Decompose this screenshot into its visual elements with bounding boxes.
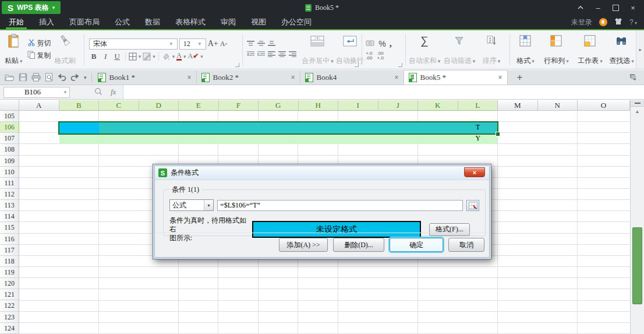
format-button[interactable]: 格式(F)... [429, 223, 470, 236]
dialog-launcher-icon[interactable] [355, 63, 359, 67]
scrollbar-thumb[interactable] [632, 227, 642, 304]
shrink-font-button[interactable]: A- [220, 40, 228, 48]
autosum-button[interactable]: ∑ 自动求和▾ [407, 30, 442, 69]
document-tab-Book2[interactable]: Book2 *× [197, 70, 300, 85]
row-header-122[interactable]: 122 [0, 300, 19, 311]
cell-shading-button[interactable]: ▾ [143, 52, 155, 61]
column-header-L[interactable]: L [458, 100, 498, 111]
row-header-124[interactable]: 124 [0, 323, 19, 334]
wrap-text-button[interactable]: 自动换行 [335, 30, 365, 69]
column-header-F[interactable]: F [219, 100, 259, 111]
row-header-112[interactable]: 112 [0, 189, 19, 200]
scroll-up-icon[interactable]: ▲ [631, 107, 644, 116]
column-header-B[interactable]: B [59, 100, 100, 111]
skin-icon[interactable] [614, 17, 622, 27]
document-tab-Book4[interactable]: Book4× [300, 70, 404, 85]
minimize-button[interactable]: – [589, 1, 607, 14]
align-top-icon[interactable] [246, 40, 255, 48]
align-center-icon[interactable] [278, 51, 286, 59]
row-header-105[interactable]: 105 [0, 111, 19, 122]
menu-tab-2[interactable]: 页面布局 [62, 15, 107, 29]
user-avatar-icon[interactable] [599, 18, 607, 26]
menu-tab-5[interactable]: 表格样式 [168, 15, 213, 29]
row-header-106[interactable]: 106 [0, 122, 19, 133]
tab-close-icon[interactable]: × [498, 73, 503, 82]
decrease-decimal-button[interactable]: .00+.0 [377, 51, 384, 61]
font-size-combo[interactable]: 12▾ [179, 38, 206, 50]
menu-tab-0[interactable]: 开始 [1, 15, 31, 29]
add-button[interactable]: 添加(A) >> [279, 238, 328, 252]
row-header-114[interactable]: 114 [0, 211, 19, 222]
worksheet-button[interactable]: 工作表▾ [573, 30, 607, 69]
increase-decimal-button[interactable]: +.0.00 [366, 51, 372, 61]
menu-tab-8[interactable]: 办公空间 [274, 15, 319, 29]
row-header-115[interactable]: 115 [0, 222, 19, 233]
column-header-D[interactable]: D [139, 100, 179, 111]
quickbar-dropdown[interactable]: ▾ [84, 75, 87, 80]
decrease-indent-icon[interactable] [246, 51, 255, 59]
column-header-C[interactable]: C [99, 100, 139, 111]
font-color-button[interactable]: A ▾ [176, 52, 186, 61]
help-button[interactable]: ? ▾ [629, 18, 637, 26]
dialog-launcher-icon[interactable] [398, 63, 402, 67]
autofilter-button[interactable]: 自动筛选▾ [442, 30, 477, 69]
column-header-O[interactable]: O [578, 100, 630, 111]
format-painter-button[interactable]: 格式刷 [54, 30, 77, 69]
condition-type-dropdown[interactable]: 公式 ▾ [169, 199, 214, 211]
row-header-120[interactable]: 120 [0, 278, 19, 289]
dialog-launcher-icon[interactable] [235, 63, 239, 67]
formula-input[interactable] [123, 85, 644, 99]
find-select-button[interactable]: 查找选▾ [607, 30, 636, 69]
column-header-J[interactable]: J [378, 100, 419, 111]
merge-center-button[interactable]: T 合并居中▾ [300, 30, 335, 69]
print-preview-button[interactable] [45, 73, 53, 82]
column-header-N[interactable]: N [538, 100, 578, 111]
new-tab-button[interactable]: + [508, 70, 532, 85]
percent-icon[interactable]: % [378, 39, 385, 48]
vertical-scrollbar[interactable]: ▲ [630, 100, 644, 334]
row-header-108[interactable]: 108 [0, 144, 19, 155]
tab-list-button[interactable] [629, 70, 644, 85]
cut-button[interactable]: 剪切 [27, 38, 51, 48]
column-header-K[interactable]: K [418, 100, 458, 111]
undo-button[interactable] [57, 73, 66, 81]
maximize-button[interactable] [607, 1, 624, 14]
sort-button[interactable]: AZ 排序▾ [477, 30, 506, 69]
comma-icon[interactable]: , [390, 38, 392, 49]
menu-tab-1[interactable]: 插入 [31, 15, 62, 29]
column-header-I[interactable]: I [338, 100, 378, 111]
row-header-119[interactable]: 119 [0, 267, 19, 278]
paste-button[interactable]: 粘贴▾ [3, 30, 24, 69]
row-header-107[interactable]: 107 [0, 133, 19, 144]
range-picker-button[interactable] [466, 200, 479, 211]
align-left-icon[interactable] [267, 51, 276, 59]
rows-columns-button[interactable]: 行和列▾ [539, 30, 573, 69]
row-header-111[interactable]: 111 [0, 178, 19, 189]
row-header-113[interactable]: 113 [0, 200, 19, 211]
tab-close-icon[interactable]: × [187, 73, 192, 82]
save-button[interactable] [19, 73, 27, 82]
login-status[interactable]: 未登录 [571, 17, 592, 27]
condition-formula-input[interactable] [217, 200, 463, 211]
menu-tab-4[interactable]: 数据 [137, 15, 168, 29]
align-middle-icon[interactable] [257, 40, 266, 48]
tab-close-icon[interactable]: × [291, 73, 295, 82]
copy-button[interactable]: 复制 [27, 51, 51, 61]
ok-button[interactable]: 确定 [390, 238, 443, 252]
row-header-109[interactable]: 109 [0, 156, 19, 167]
borders-button[interactable]: ▾ [129, 52, 141, 61]
print-button[interactable] [31, 73, 41, 82]
open-button[interactable] [5, 73, 15, 82]
document-tab-Book1[interactable]: Book1 *× [93, 70, 197, 85]
increase-indent-icon[interactable] [257, 51, 266, 59]
column-header-A[interactable]: A [19, 100, 59, 111]
row-header-123[interactable]: 123 [0, 312, 19, 323]
search-icon[interactable] [94, 87, 102, 97]
cell-L106[interactable]: T [458, 122, 498, 133]
delete-button[interactable]: 删除(D)... [333, 238, 384, 252]
column-header-G[interactable]: G [259, 100, 299, 111]
menu-tab-7[interactable]: 视图 [243, 15, 274, 29]
dialog-titlebar[interactable]: S 条件格式 × [155, 166, 489, 180]
fill-color-button[interactable]: ▾ [162, 52, 175, 61]
menu-tab-3[interactable]: 公式 [107, 15, 137, 29]
